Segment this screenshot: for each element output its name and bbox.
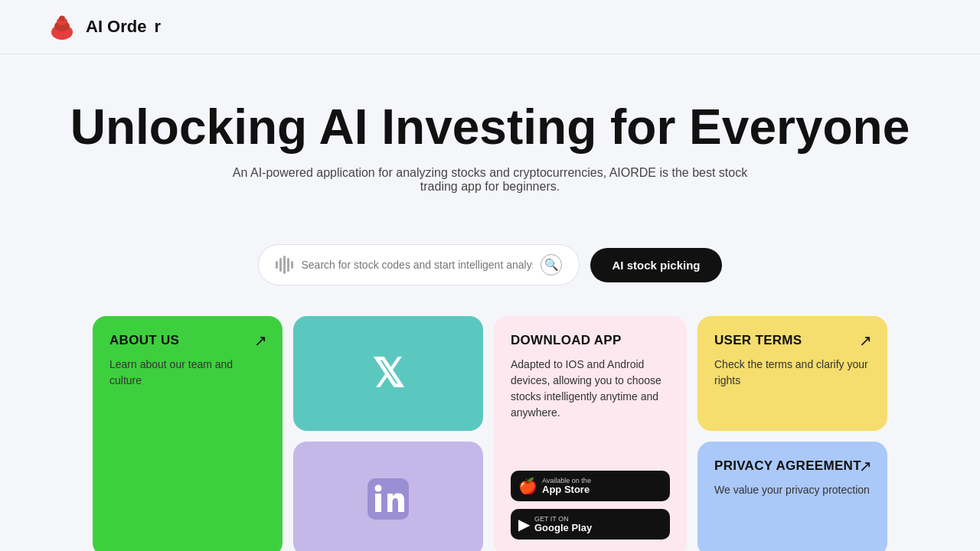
linkedin-card[interactable] <box>293 442 483 551</box>
search-row: 🔍 AI stock picking <box>0 244 980 285</box>
ai-stock-picking-button[interactable]: AI stock picking <box>590 248 721 282</box>
hero-section: Unlocking AI Investing for Everyone An A… <box>0 54 980 244</box>
logo-r: r <box>154 17 161 37</box>
googleplay-button[interactable]: ▶ GET IT ON Google Play <box>511 509 670 540</box>
google-play-icon: ▶ <box>518 515 530 533</box>
about-us-title: ABOUT US <box>109 333 266 348</box>
appstore-text: Available on the App Store <box>542 478 591 494</box>
search-input[interactable] <box>301 259 533 271</box>
about-us-description: Learn about our team and culture <box>109 357 266 389</box>
twitter-x-card[interactable]: 𝕏 <box>293 316 483 431</box>
download-app-description: Adapted to IOS and Android devices, allo… <box>511 357 670 421</box>
appstore-button[interactable]: 🍎 Available on the App Store <box>511 471 670 501</box>
googleplay-text: GET IT ON Google Play <box>534 516 592 533</box>
svg-rect-5 <box>375 494 381 512</box>
user-terms-description: Check the terms and clarify your rights <box>714 357 871 389</box>
store-buttons: 🍎 Available on the App Store ▶ GET IT ON… <box>511 471 670 540</box>
download-app-title: DOWNLOAD APP <box>511 333 670 348</box>
right-col: ↗ USER TERMS Check the terms and clarify… <box>697 316 887 551</box>
privacy-title: PRIVACY AGREEMENT <box>714 458 871 474</box>
linkedin-icon <box>368 478 409 520</box>
apple-icon: 🍎 <box>518 477 537 495</box>
privacy-description: We value your privacy protection <box>714 482 871 498</box>
privacy-arrow: ↗ <box>859 457 872 475</box>
about-us-card[interactable]: ↗ ABOUT US Learn about our team and cult… <box>93 316 283 551</box>
search-icon: 🔍 <box>541 254 562 276</box>
wave-icon <box>276 256 293 274</box>
privacy-agreement-card[interactable]: ↗ PRIVACY AGREEMENT We value your privac… <box>697 442 887 551</box>
user-terms-card[interactable]: ↗ USER TERMS Check the terms and clarify… <box>697 316 887 431</box>
hero-title: Unlocking AI Investing for Everyone <box>46 100 934 154</box>
x-logo-icon: 𝕏 <box>372 350 404 396</box>
header: AI Order <box>0 0 980 54</box>
user-terms-arrow: ↗ <box>859 331 872 350</box>
left-col: ↗ ABOUT US Learn about our team and cult… <box>93 316 483 551</box>
svg-point-6 <box>375 485 382 492</box>
search-box: 🔍 <box>258 244 580 285</box>
logo-icon <box>46 11 78 43</box>
user-terms-title: USER TERMS <box>714 333 871 348</box>
svg-point-3 <box>59 16 65 21</box>
logo-text: AI Orde <box>86 17 146 37</box>
download-app-card: DOWNLOAD APP Adapted to IOS and Android … <box>494 316 687 551</box>
cards-container: ↗ ABOUT US Learn about our team and cult… <box>0 316 980 551</box>
about-us-arrow: ↗ <box>254 331 267 350</box>
hero-subtitle: An AI-powered application for analyzing … <box>214 166 766 194</box>
logo[interactable]: AI Order <box>46 11 161 43</box>
